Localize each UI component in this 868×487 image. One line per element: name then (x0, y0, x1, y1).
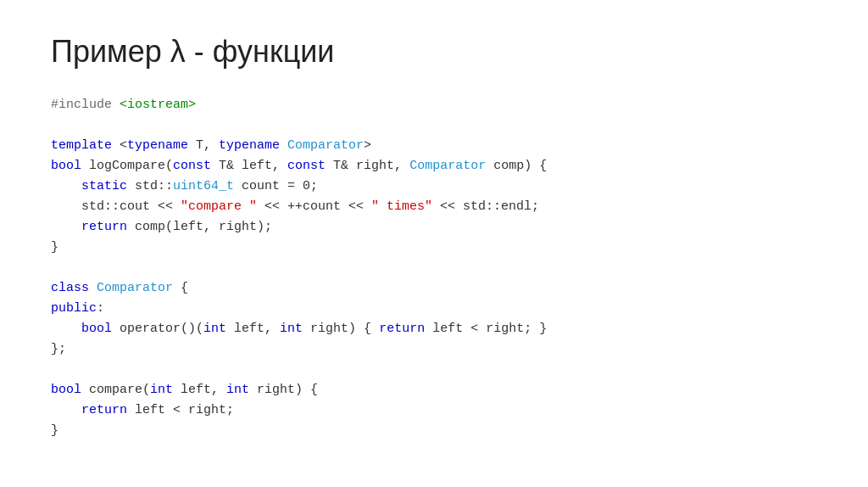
keyword-typename1: typename (127, 138, 188, 153)
keyword-return2: return (379, 322, 425, 336)
keyword-const2: const (287, 159, 326, 173)
string-times: " times" (371, 199, 432, 214)
keyword-int4: int (226, 383, 249, 397)
close-brace-3: } (51, 421, 817, 441)
page-title: Пример λ - функции (51, 34, 817, 70)
keyword-class: class (51, 281, 89, 295)
return-comp-line: return comp(left, right); (51, 217, 817, 238)
return-left-line: return left < right; (51, 400, 817, 421)
func-sig-line: bool logCompare(const T& left, const T& … (51, 156, 817, 176)
close-brace-1: } (51, 238, 817, 258)
template-line: template <typename T, typename Comparato… (51, 136, 817, 156)
keyword-int2: int (280, 322, 303, 336)
keyword-public: public (51, 301, 97, 316)
keyword-return3: return (81, 403, 127, 417)
operator-line: bool operator()(int left, int right) { r… (51, 319, 817, 339)
class-decl-line: class Comparator { (51, 278, 817, 299)
keyword-typename2: typename (219, 138, 280, 153)
keyword-bool2: bool (81, 322, 112, 336)
compare-sig-line: bool compare(int left, int right) { (51, 380, 817, 400)
keyword-const1: const (173, 159, 211, 173)
keyword-return1: return (81, 220, 127, 234)
keyword-template: template (51, 138, 112, 153)
include-file: <iostream> (120, 98, 196, 112)
code-block: #include <iostream> template <typename T… (51, 95, 817, 441)
include-directive: #include (51, 98, 120, 112)
keyword-static: static (81, 179, 127, 193)
keyword-bool1: bool (51, 159, 81, 173)
comparator-type1: Comparator (280, 138, 364, 153)
keyword-int3: int (150, 383, 173, 397)
public-label-line: public: (51, 299, 817, 319)
include-line: #include <iostream> (51, 95, 817, 115)
close-brace-2: }; (51, 339, 817, 360)
cout-line: std::cout << "compare " << ++count << " … (51, 197, 817, 217)
comparator-class-name: Comparator (89, 281, 173, 295)
comparator-type2: Comparator (409, 159, 486, 173)
static-line: static std::uint64_t count = 0; (51, 176, 817, 197)
string-compare: "compare " (181, 199, 257, 214)
keyword-int1: int (203, 322, 226, 336)
uint-type: uint64_t (173, 179, 234, 193)
keyword-bool3: bool (51, 383, 81, 397)
